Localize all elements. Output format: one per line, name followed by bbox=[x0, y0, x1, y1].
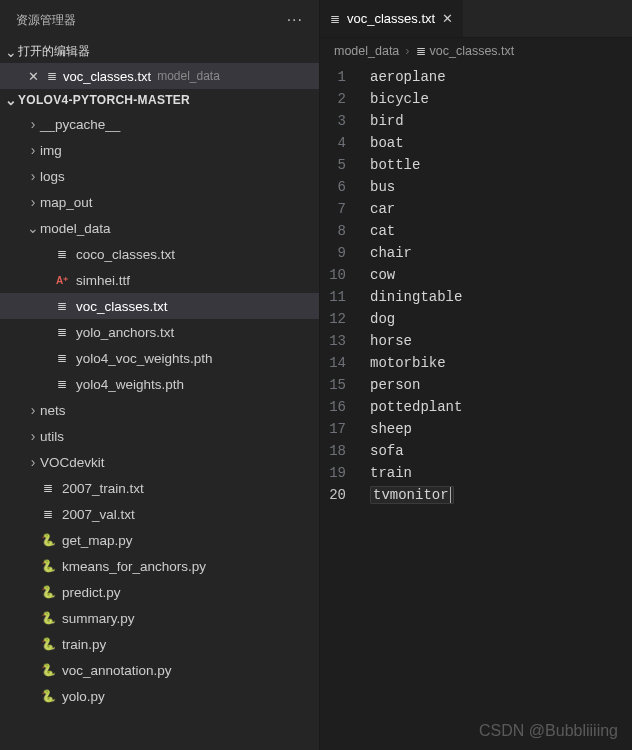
editor-line[interactable]: 7car bbox=[320, 198, 632, 220]
file-row[interactable]: A⁺simhei.ttf bbox=[0, 267, 319, 293]
chevron-right-icon: › bbox=[26, 194, 40, 210]
editor-line[interactable]: 11diningtable bbox=[320, 286, 632, 308]
line-number: 15 bbox=[320, 377, 370, 393]
file-row[interactable]: 🐍yolo.py bbox=[0, 683, 319, 709]
open-editor-item[interactable]: ✕ ≣ voc_classes.txt model_data bbox=[0, 63, 319, 89]
folder-row[interactable]: ›nets bbox=[0, 397, 319, 423]
line-content: cat bbox=[370, 223, 395, 239]
explorer-header: 资源管理器 ··· bbox=[0, 0, 319, 40]
tree-item-label: voc_annotation.py bbox=[62, 663, 172, 678]
line-content: bird bbox=[370, 113, 404, 129]
chevron-down-icon: ⌄ bbox=[4, 92, 18, 108]
text-cursor bbox=[450, 487, 452, 503]
line-number: 1 bbox=[320, 69, 370, 85]
editor-line[interactable]: 9chair bbox=[320, 242, 632, 264]
folder-row[interactable]: ›VOCdevkit bbox=[0, 449, 319, 475]
line-content: bus bbox=[370, 179, 395, 195]
line-number: 14 bbox=[320, 355, 370, 371]
tree-item-label: predict.py bbox=[62, 585, 121, 600]
code-editor[interactable]: 1aeroplane2bicycle3bird4boat5bottle6bus7… bbox=[320, 64, 632, 750]
editor-line[interactable]: 1aeroplane bbox=[320, 66, 632, 88]
file-row[interactable]: 🐍summary.py bbox=[0, 605, 319, 631]
line-content: boat bbox=[370, 135, 404, 151]
line-number: 10 bbox=[320, 267, 370, 283]
chevron-right-icon: › bbox=[26, 402, 40, 418]
project-name: YOLOV4-PYTORCH-MASTER bbox=[18, 93, 190, 107]
tree-item-label: train.py bbox=[62, 637, 106, 652]
file-row[interactable]: 🐍voc_annotation.py bbox=[0, 657, 319, 683]
close-icon[interactable]: ✕ bbox=[28, 69, 39, 84]
editor-line[interactable]: 15person bbox=[320, 374, 632, 396]
breadcrumb-file[interactable]: voc_classes.txt bbox=[430, 44, 515, 58]
line-number: 17 bbox=[320, 421, 370, 437]
editor-line[interactable]: 8cat bbox=[320, 220, 632, 242]
line-content: motorbike bbox=[370, 355, 446, 371]
editor-line[interactable]: 12dog bbox=[320, 308, 632, 330]
tab-bar: ≣ voc_classes.txt ✕ bbox=[320, 0, 632, 38]
file-row[interactable]: 🐍get_map.py bbox=[0, 527, 319, 553]
editor-line[interactable]: 4boat bbox=[320, 132, 632, 154]
file-text-icon: ≣ bbox=[54, 325, 70, 339]
editor-line[interactable]: 5bottle bbox=[320, 154, 632, 176]
chevron-down-icon: ⌄ bbox=[4, 44, 18, 60]
editor-line[interactable]: 17sheep bbox=[320, 418, 632, 440]
tree-item-label: voc_classes.txt bbox=[76, 299, 168, 314]
file-row[interactable]: ≣yolo4_weights.pth bbox=[0, 371, 319, 397]
file-text-icon: ≣ bbox=[416, 44, 426, 58]
line-content: diningtable bbox=[370, 289, 462, 305]
line-number: 2 bbox=[320, 91, 370, 107]
editor-line[interactable]: 19train bbox=[320, 462, 632, 484]
folder-row[interactable]: ›__pycache__ bbox=[0, 111, 319, 137]
file-text-icon: ≣ bbox=[47, 69, 57, 83]
file-row[interactable]: ≣2007_train.txt bbox=[0, 475, 319, 501]
chevron-right-icon: › bbox=[26, 454, 40, 470]
file-row[interactable]: ≣voc_classes.txt bbox=[0, 293, 319, 319]
editor-line[interactable]: 20tvmonitor bbox=[320, 484, 632, 506]
line-content: bottle bbox=[370, 157, 420, 173]
file-text-icon: ≣ bbox=[40, 481, 56, 495]
python-icon: 🐍 bbox=[40, 637, 56, 651]
folder-row[interactable]: ›logs bbox=[0, 163, 319, 189]
open-editors-header[interactable]: ⌄ 打开的编辑器 bbox=[0, 40, 319, 63]
breadcrumb-folder[interactable]: model_data bbox=[334, 44, 399, 58]
file-row[interactable]: 🐍predict.py bbox=[0, 579, 319, 605]
tab-voc-classes[interactable]: ≣ voc_classes.txt ✕ bbox=[320, 0, 464, 37]
file-row[interactable]: 🐍train.py bbox=[0, 631, 319, 657]
line-number: 7 bbox=[320, 201, 370, 217]
line-content: bicycle bbox=[370, 91, 429, 107]
file-row[interactable]: 🐍kmeans_for_anchors.py bbox=[0, 553, 319, 579]
file-row[interactable]: ≣coco_classes.txt bbox=[0, 241, 319, 267]
line-content: cow bbox=[370, 267, 395, 283]
python-icon: 🐍 bbox=[40, 611, 56, 625]
line-number: 12 bbox=[320, 311, 370, 327]
editor-line[interactable]: 18sofa bbox=[320, 440, 632, 462]
close-icon[interactable]: ✕ bbox=[442, 11, 453, 26]
folder-row[interactable]: ›img bbox=[0, 137, 319, 163]
folder-row[interactable]: ›utils bbox=[0, 423, 319, 449]
editor-line[interactable]: 14motorbike bbox=[320, 352, 632, 374]
tree-item-label: get_map.py bbox=[62, 533, 133, 548]
file-tree: ›__pycache__›img›logs›map_out⌄model_data… bbox=[0, 111, 319, 715]
editor-line[interactable]: 13horse bbox=[320, 330, 632, 352]
folder-row[interactable]: ›map_out bbox=[0, 189, 319, 215]
line-content: horse bbox=[370, 333, 412, 349]
editor-line[interactable]: 16pottedplant bbox=[320, 396, 632, 418]
editor-line[interactable]: 6bus bbox=[320, 176, 632, 198]
line-number: 5 bbox=[320, 157, 370, 173]
more-icon[interactable]: ··· bbox=[287, 11, 303, 29]
open-editors-label: 打开的编辑器 bbox=[18, 43, 90, 60]
chevron-right-icon: › bbox=[26, 168, 40, 184]
editor-line[interactable]: 3bird bbox=[320, 110, 632, 132]
python-icon: 🐍 bbox=[40, 689, 56, 703]
chevron-right-icon: › bbox=[26, 116, 40, 132]
tree-item-label: yolo_anchors.txt bbox=[76, 325, 174, 340]
project-header[interactable]: ⌄ YOLOV4-PYTORCH-MASTER bbox=[0, 89, 319, 111]
file-row[interactable]: ≣yolo_anchors.txt bbox=[0, 319, 319, 345]
breadcrumbs[interactable]: model_data › ≣ voc_classes.txt bbox=[320, 38, 632, 64]
file-row[interactable]: ≣yolo4_voc_weights.pth bbox=[0, 345, 319, 371]
editor-line[interactable]: 10cow bbox=[320, 264, 632, 286]
chevron-right-icon: › bbox=[26, 142, 40, 158]
editor-line[interactable]: 2bicycle bbox=[320, 88, 632, 110]
file-row[interactable]: ≣2007_val.txt bbox=[0, 501, 319, 527]
folder-row[interactable]: ⌄model_data bbox=[0, 215, 319, 241]
